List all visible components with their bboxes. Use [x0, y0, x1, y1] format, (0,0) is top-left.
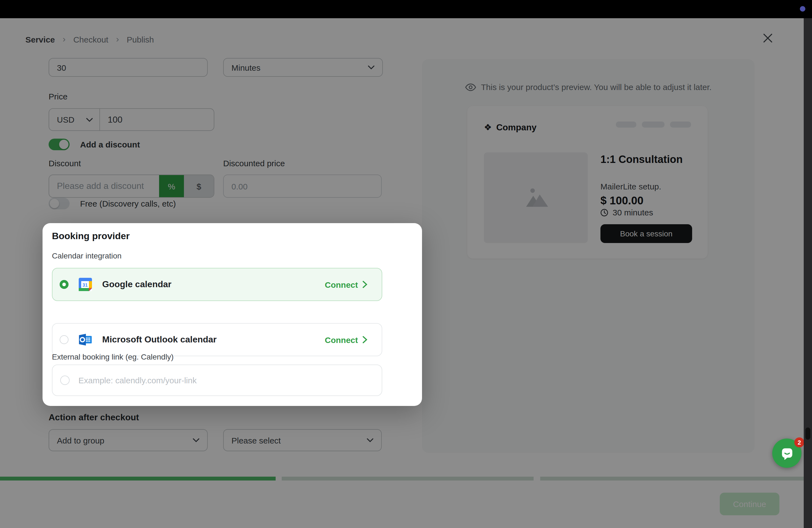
- calendar-integration-label: Calendar integration: [52, 251, 121, 260]
- chat-widget-button[interactable]: 2: [772, 439, 801, 468]
- google-calendar-icon: 31: [78, 278, 92, 291]
- connect-label: Connect: [325, 335, 358, 344]
- browser-topbar: [0, 0, 812, 18]
- connect-google-link[interactable]: Connect: [325, 280, 367, 289]
- scrollbar-track[interactable]: [804, 18, 812, 528]
- radio-selected[interactable]: [60, 280, 69, 289]
- connect-outlook-link[interactable]: Connect: [325, 335, 367, 344]
- chevron-right-icon: [362, 281, 367, 288]
- provider-row-google[interactable]: 31 Google calendar Connect: [52, 268, 382, 301]
- chat-bubble-icon: [779, 446, 795, 460]
- connect-label: Connect: [325, 280, 358, 289]
- screen: Service › Checkout › Publish Minutes Pri…: [0, 0, 812, 528]
- external-booking-link-field[interactable]: [52, 365, 382, 396]
- chat-unread-badge: 2: [794, 437, 804, 448]
- scrollbar-thumb[interactable]: [806, 427, 810, 440]
- provider-row-outlook[interactable]: Microsoft Outlook calendar Connect: [52, 323, 382, 356]
- chevron-right-icon: [362, 336, 367, 343]
- modal-title: Booking provider: [52, 231, 130, 242]
- outlook-calendar-icon: [78, 333, 92, 346]
- external-booking-link-input[interactable]: [78, 376, 374, 385]
- notification-dot: [800, 6, 806, 12]
- booking-provider-modal: Booking provider Calendar integration 31…: [43, 223, 422, 406]
- radio-unselected[interactable]: [60, 376, 70, 385]
- svg-text:31: 31: [83, 282, 88, 288]
- external-booking-link-label: External booking link (eg. Calendly): [52, 352, 173, 361]
- provider-name: Google calendar: [102, 279, 172, 289]
- provider-name: Microsoft Outlook calendar: [102, 335, 217, 344]
- radio-unselected[interactable]: [60, 335, 69, 344]
